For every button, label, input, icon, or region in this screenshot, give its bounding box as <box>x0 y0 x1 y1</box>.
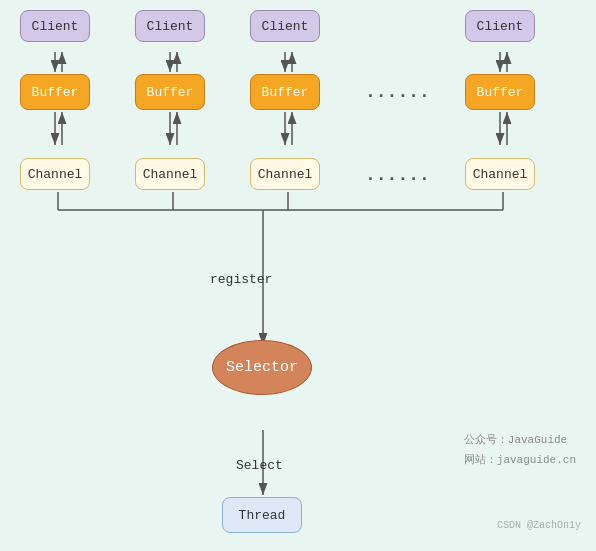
channel-box-4: Channel <box>465 158 535 190</box>
channel-box-2: Channel <box>135 158 205 190</box>
channel-box-1: Channel <box>20 158 90 190</box>
buffer-box-3: Buffer <box>250 74 320 110</box>
csdn-label: CSDN @ZachOn1y <box>497 520 581 531</box>
selector-box: Selector <box>212 340 312 395</box>
client-box-1: Client <box>20 10 90 42</box>
dots-buffer: ...... <box>365 82 430 102</box>
diagram: Client Buffer Channel Client Buffer Chan… <box>0 0 596 551</box>
dots-channel: ...... <box>365 165 430 185</box>
register-label: register <box>210 272 272 287</box>
buffer-box-2: Buffer <box>135 74 205 110</box>
thread-box: Thread <box>222 497 302 533</box>
select-label: Select <box>236 458 283 473</box>
client-box-2: Client <box>135 10 205 42</box>
buffer-box-1: Buffer <box>20 74 90 110</box>
buffer-box-4: Buffer <box>465 74 535 110</box>
channel-box-3: Channel <box>250 158 320 190</box>
client-box-3: Client <box>250 10 320 42</box>
watermark: 公众号：JavaGuide 网站：javaguide.cn <box>464 431 576 471</box>
client-box-4: Client <box>465 10 535 42</box>
